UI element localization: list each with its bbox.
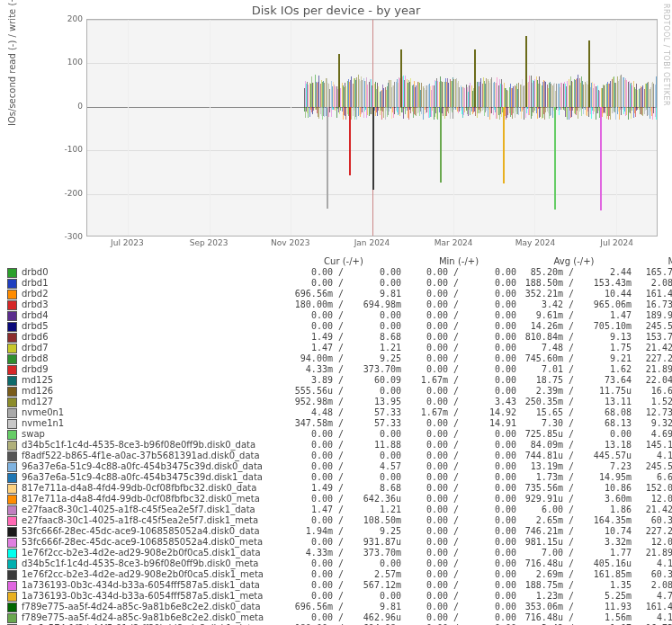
- swatch: [7, 505, 17, 515]
- swatch: [7, 408, 17, 418]
- legend-row: drbd2696.56m /9.810.00 /0.00352.21m /10.…: [7, 289, 665, 299]
- swatch: [7, 322, 17, 332]
- swatch: [7, 354, 17, 364]
- series-name: drbd2: [20, 289, 286, 299]
- legend-row: drbd40.00 /0.000.00 /0.009.61m /1.47189.…: [7, 310, 665, 321]
- legend-row: 1a736193-0b3c-434d-b33a-6054fff587a5.dis…: [7, 591, 665, 602]
- legend-row: 96a37e6a-51c9-4c88-a0fc-454b3475c39d.dis…: [7, 461, 665, 472]
- legend-row: d34b5c1f-1c4d-4535-8ce3-b96f08e0ff9b.dis…: [7, 440, 665, 451]
- swatch: [7, 603, 17, 612]
- legend-row: f789e775-aa5f-4d24-a85c-9a81b6e8c2e2.dis…: [7, 602, 665, 612]
- series-name: drbd9: [20, 364, 286, 375]
- series-name: 1a736193-0b3c-434d-b33a-6054fff587a5.dis…: [20, 591, 286, 602]
- legend-row: f8adf522-b865-4f1e-a0ac-37b5681391ad.dis…: [7, 451, 665, 461]
- swatch: [7, 538, 17, 548]
- series-name: f789e775-aa5f-4d24-a85c-9a81b6e8c2e2.dis…: [20, 612, 286, 623]
- series-name: drbd7: [20, 343, 286, 353]
- series-name: 1e76f2cc-b2e3-4d2e-ad29-908e2b0f0ca5.dis…: [20, 548, 286, 558]
- swatch: [7, 300, 17, 310]
- swatch: [7, 559, 17, 569]
- legend-row: 817e711a-d4a8-4fd4-99db-0cf08fbfbc32.dis…: [7, 483, 665, 494]
- swatch: [7, 516, 17, 526]
- legend-row: 53fc666f-28ec-45dc-ace9-1068585052a4.dis…: [7, 526, 665, 537]
- swatch: [7, 311, 17, 321]
- swatch: [7, 430, 17, 440]
- swatch: [7, 484, 17, 494]
- legend-row: e27faac8-30c1-4025-a1f8-c45f5ea2e5f7.dis…: [7, 504, 665, 515]
- legend-row: drbd71.47 /1.210.00 /0.007.48 /1.7521.42…: [7, 343, 665, 353]
- swatch: [7, 570, 17, 580]
- series-name: drbd6: [20, 332, 286, 343]
- series-name: nvme0n1: [20, 407, 286, 418]
- swatch: [7, 462, 17, 472]
- legend-row: swap0.00 /0.000.00 /0.00725.85u /0.004.6…: [7, 429, 665, 440]
- series-name: md127: [20, 397, 286, 407]
- x-axis: Jul 2023Sep 2023Nov 2023Jan 2024Mar 2024…: [86, 238, 658, 253]
- swatch: [7, 333, 17, 343]
- series-name: drbd5: [20, 321, 286, 332]
- series-name: d34b5c1f-1c4d-4535-8ce3-b96f08e0ff9b.dis…: [20, 558, 286, 569]
- legend-row: 96a37e6a-51c9-4c88-a0fc-454b3475c39d.dis…: [7, 472, 665, 483]
- col-max: Max (-/+): [632, 256, 672, 266]
- series-name: drbd8: [20, 353, 286, 364]
- swatch: [7, 592, 17, 602]
- series-name: drbd4: [20, 310, 286, 321]
- swatch: [7, 344, 17, 353]
- series-name: 53fc666f-28ec-45dc-ace9-1068585052a4.dis…: [20, 526, 286, 537]
- legend-row: drbd94.33m /373.70m0.00 /0.007.01 /1.622…: [7, 364, 665, 375]
- series-name: 96a37e6a-51c9-4c88-a0fc-454b3475c39d.dis…: [20, 461, 286, 472]
- swatch: [7, 387, 17, 397]
- swatch: [7, 419, 17, 429]
- series-name: f789e775-aa5f-4d24-a85c-9a81b6e8c2e2.dis…: [20, 602, 286, 612]
- swatch: [7, 495, 17, 504]
- legend-row: md1253.89 /60.091.67m /0.0018.75 /73.642…: [7, 375, 665, 386]
- swatch: [7, 279, 17, 289]
- swatch: [7, 397, 17, 407]
- swatch: [7, 451, 17, 461]
- series-name: drbd1: [20, 278, 286, 289]
- swatch: [7, 581, 17, 591]
- legend-row: 817e711a-d4a8-4fd4-99db-0cf08fbfbc32.dis…: [7, 494, 665, 504]
- swatch: [7, 613, 17, 623]
- series-name: nvme1n1: [20, 418, 286, 429]
- series-name: f8adf522-b865-4f1e-a0ac-37b5681391ad.dis…: [20, 451, 286, 461]
- legend-row: 1e76f2cc-b2e3-4d2e-ad29-908e2b0f0ca5.dis…: [7, 548, 665, 558]
- legend-row: drbd61.49 /8.680.00 /0.00810.84m /9.1315…: [7, 332, 665, 343]
- legend-row: 1e76f2cc-b2e3-4d2e-ad29-908e2b0f0ca5.dis…: [7, 569, 665, 580]
- col-avg: Avg (-/+): [516, 256, 632, 266]
- chart-title: Disk IOs per device - by year: [0, 0, 672, 19]
- legend-row: f789e775-aa5f-4d24-a85c-9a81b6e8c2e2.dis…: [7, 612, 665, 623]
- series-name: e27faac8-30c1-4025-a1f8-c45f5ea2e5f7.dis…: [20, 515, 286, 526]
- col-cur: Cur (-/+): [286, 256, 401, 266]
- legend-table: Cur (-/+) Min (-/+) Avg (-/+) Max (-/+) …: [7, 256, 665, 625]
- series-name: md125: [20, 375, 286, 386]
- swatch: [7, 365, 17, 375]
- series-name: d34b5c1f-1c4d-4535-8ce3-b96f08e0ff9b.dis…: [20, 440, 286, 451]
- swatch: [7, 527, 17, 537]
- swatch: [7, 441, 17, 451]
- y-axis-label: IOs/second read (-) / write (+): [7, 0, 17, 126]
- series-name: e27faac8-30c1-4025-a1f8-c45f5ea2e5f7.dis…: [20, 504, 286, 515]
- legend-row: drbd50.00 /0.000.00 /0.0014.26m /705.10m…: [7, 321, 665, 332]
- legend-row: drbd3180.00m /694.98m0.00 /0.003.42 /965…: [7, 299, 665, 310]
- col-min: Min (-/+): [401, 256, 516, 266]
- series-name: 1e76f2cc-b2e3-4d2e-ad29-908e2b0f0ca5.dis…: [20, 569, 286, 580]
- legend-row: drbd00.00 /0.000.00 /0.0085.20m /2.44165…: [7, 267, 665, 278]
- legend-row: 53fc666f-28ec-45dc-ace9-1068585052a4.dis…: [7, 537, 665, 548]
- series-name: swap: [20, 429, 286, 440]
- swatch: [7, 290, 17, 299]
- y-axis: -300-200-1000100200: [61, 19, 85, 253]
- series-name: 96a37e6a-51c9-4c88-a0fc-454b3475c39d.dis…: [20, 472, 286, 483]
- legend-row: drbd894.00m /9.250.00 /0.00745.60m /9.21…: [7, 353, 665, 364]
- series-name: drbd0: [20, 267, 286, 278]
- legend-header: Cur (-/+) Min (-/+) Avg (-/+) Max (-/+): [7, 256, 665, 266]
- legend-row: nvme1n1347.58m /57.330.00 /14.917.30 /68…: [7, 418, 665, 429]
- series-name: drbd3: [20, 299, 286, 310]
- series-name: md126: [20, 386, 286, 397]
- legend-row: nvme0n14.48 /57.331.67m /14.9215.65 /68.…: [7, 407, 665, 418]
- plot-canvas: [86, 19, 658, 237]
- series-name: 817e711a-d4a8-4fd4-99db-0cf08fbfbc32.dis…: [20, 483, 286, 494]
- legend-row: md126555.56u /0.000.00 /0.002.39m /11.75…: [7, 386, 665, 397]
- legend-row: e27faac8-30c1-4025-a1f8-c45f5ea2e5f7.dis…: [7, 515, 665, 526]
- legend-row: d34b5c1f-1c4d-4535-8ce3-b96f08e0ff9b.dis…: [7, 558, 665, 569]
